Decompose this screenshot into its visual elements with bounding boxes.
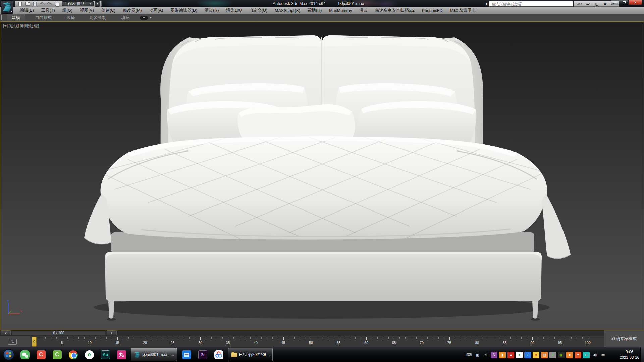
- screenshot-tool-icon[interactable]: ●: [566, 352, 573, 358]
- close-button[interactable]: ✕: [629, 0, 642, 5]
- viewport-menu-plus[interactable]: [+]: [3, 23, 8, 29]
- menu-item[interactable]: 自定义(U): [245, 7, 271, 14]
- restore-button[interactable]: [620, 0, 629, 5]
- taskbar-clock[interactable]: 9:06 2021-03-16: [620, 347, 639, 362]
- volume-icon[interactable]: ◀): [591, 352, 598, 358]
- timeline-ruler[interactable]: 0 05101520253035404550556065707580859095…: [31, 336, 602, 347]
- app-icon: [69, 350, 78, 359]
- new-file-icon[interactable]: [16, 1, 24, 7]
- search-input[interactable]: [491, 2, 571, 6]
- security-shield-icon[interactable]: ✦: [575, 352, 581, 358]
- taskbar-app[interactable]: 丸: [114, 348, 128, 361]
- menu-item[interactable]: 渲云: [356, 7, 371, 14]
- menu-item[interactable]: 帮助(H): [304, 7, 325, 14]
- taskbar-app[interactable]: ▤: [179, 348, 194, 361]
- taskbar-app[interactable]: Au: [98, 348, 112, 361]
- menu-item[interactable]: PhoenixFD: [418, 7, 446, 14]
- infocenter-collapse-button[interactable]: ▶: [485, 1, 489, 7]
- time-slider-handle[interactable]: 0: [32, 337, 37, 347]
- open-file-icon[interactable]: [24, 1, 31, 7]
- frame-display[interactable]: 0 / 100: [12, 330, 105, 335]
- assistant-pet-icon[interactable]: ●: [533, 352, 539, 358]
- taskbar-app[interactable]: [66, 348, 80, 361]
- previous-frame-button[interactable]: <: [1, 330, 11, 335]
- menu-item[interactable]: 图形编辑器(D): [167, 7, 201, 14]
- menu-item[interactable]: 渲染(R): [201, 7, 222, 14]
- hidden-icons-icon[interactable]: ▣: [474, 352, 481, 358]
- menu-item[interactable]: 工具(T): [38, 7, 59, 14]
- tick-number: 40: [254, 341, 258, 345]
- taskbar-app[interactable]: e: [82, 348, 96, 361]
- mini-curve-editor-button[interactable]: ⇅: [8, 339, 17, 345]
- menu-item[interactable]: 编辑(E): [16, 7, 38, 14]
- menu-item[interactable]: 组(G): [59, 7, 76, 14]
- taskbar-app[interactable]: C: [34, 348, 48, 361]
- download-manager-icon[interactable]: ▤: [541, 352, 548, 358]
- ribbon-display-toggle[interactable]: ▼: [140, 16, 148, 20]
- app-icon: 丸: [117, 350, 126, 359]
- menu-item[interactable]: 创建(C): [98, 7, 119, 14]
- viewport-shading-menu[interactable]: [明暗处理]: [20, 23, 39, 29]
- ribbon-tab-bar: 建模自由形式选择对象绘制填充 ▼ ▾: [0, 14, 644, 21]
- cancel-expert-mode-button[interactable]: 取消专家模式: [604, 330, 644, 347]
- menu-item[interactable]: 极速瘦身安全归档5.2: [371, 7, 418, 14]
- taskbar-app[interactable]: [18, 348, 32, 361]
- paste-icon[interactable]: [53, 1, 61, 7]
- redo-icon[interactable]: ↷▾: [46, 1, 53, 7]
- app-menu-arrow-icon: ▼: [10, 10, 13, 13]
- license-key-icon[interactable]: [584, 2, 592, 6]
- favorites-star-icon[interactable]: ★: [601, 2, 609, 6]
- workspace-dropdown[interactable]: 工作区: 默认 ▼: [62, 1, 94, 6]
- menu-item[interactable]: MaxMummy: [325, 7, 356, 14]
- network-icon[interactable]: ▭: [600, 352, 606, 358]
- app-icon: Pr: [198, 350, 207, 359]
- menu-item[interactable]: MAXScript(X): [271, 7, 304, 14]
- ribbon-config-arrow-icon[interactable]: ▾: [150, 16, 151, 19]
- ribbon-tab[interactable]: 建模: [7, 14, 25, 22]
- video-studio-icon[interactable]: N: [491, 352, 497, 358]
- input-method-icon[interactable]: ✳: [482, 352, 489, 358]
- ribbon-tab[interactable]: 选择: [61, 14, 80, 22]
- perspective-viewport[interactable]: [+] [透视] [明暗处理]: [0, 21, 644, 330]
- ribbon-tab[interactable]: 对象绘制: [85, 14, 111, 22]
- taskbar-app[interactable]: [212, 348, 226, 361]
- ribbon-tab[interactable]: 自由形式: [30, 14, 57, 22]
- sign-in-icon[interactable]: [592, 2, 600, 6]
- folder-task-button[interactable]: E:\天竹2021\张...: [228, 348, 273, 361]
- quick-access-flyout-button[interactable]: ▼: [95, 1, 100, 7]
- 3dsmax-window: Autodesk 3ds Max 2014 x64 床模型01.max ▶ ★ …: [0, 0, 644, 362]
- app-icon: [20, 350, 30, 359]
- menu-bar: 编辑(E)工具(T)组(G)视图(V)创建(C)修改器(M)动画(A)图形编辑器…: [0, 7, 644, 14]
- pc-manager-icon[interactable]: ✓: [524, 352, 531, 358]
- menu-item[interactable]: 渲染100: [222, 7, 245, 14]
- world-axis-gizmo: z x: [4, 299, 27, 319]
- viewport-view-menu[interactable]: [透视]: [8, 23, 19, 29]
- taskbar-app[interactable]: C: [50, 348, 64, 361]
- eset-icon[interactable]: e: [583, 352, 590, 358]
- start-button[interactable]: [2, 348, 15, 361]
- menu-item[interactable]: 修改器(M): [119, 7, 145, 14]
- search-binoculars-icon[interactable]: [575, 2, 583, 6]
- menu-item[interactable]: Max 杀毒卫士: [446, 7, 479, 14]
- app-title: Autodesk 3ds Max 2014 x64: [273, 1, 326, 6]
- usb-drive-icon[interactable]: ▮: [499, 352, 506, 358]
- taskbar-app[interactable]: Pr: [196, 348, 210, 361]
- next-frame-button[interactable]: >: [107, 330, 117, 335]
- save-file-icon[interactable]: [31, 1, 39, 7]
- tick-number: 60: [364, 341, 368, 345]
- nvidia-icon[interactable]: ◉: [558, 352, 565, 358]
- undo-icon[interactable]: ↶▾: [39, 1, 46, 7]
- pdf-reader-icon[interactable]: ▲: [507, 352, 514, 358]
- menu-item[interactable]: 视图(V): [76, 7, 98, 14]
- quick-access-toolbar: ↶▾ ↷▾ 工作区: 默认 ▼ ▼: [15, 1, 102, 7]
- bed-model[interactable]: [0, 22, 644, 330]
- show-desktop-button[interactable]: [640, 347, 644, 362]
- max-task-button[interactable]: 床模型01.max - ...: [131, 348, 177, 361]
- app-menu-button[interactable]: ▼: [1, 0, 13, 14]
- ribbon-tab[interactable]: 填充: [116, 14, 135, 22]
- wechat-tray-icon[interactable]: ●: [516, 352, 523, 358]
- keyboard-icon[interactable]: ⌨: [466, 352, 472, 358]
- menu-item[interactable]: 动画(A): [145, 7, 167, 14]
- minimize-button[interactable]: —: [611, 0, 620, 5]
- usb-guard-icon[interactable]: ✔: [549, 352, 556, 358]
